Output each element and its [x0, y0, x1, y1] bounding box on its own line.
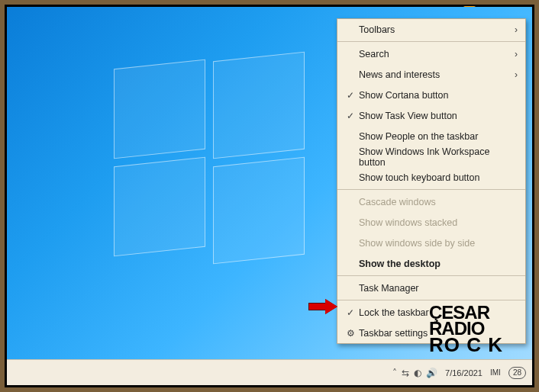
volume-icon[interactable]: 🔊	[426, 368, 437, 378]
taskbar[interactable]: ˄ ⇆ ◐ 🔊 7/16/2021 IMI 28	[7, 359, 532, 385]
windows-logo-wallpaper	[114, 64, 312, 262]
checkmark-icon: ✓	[342, 111, 359, 121]
menu-cascade-windows: Cascade windows	[337, 191, 525, 212]
wifi-icon[interactable]: ◐	[414, 368, 421, 378]
gear-icon: ⚙	[342, 328, 359, 339]
ime-indicator[interactable]: IMI	[490, 368, 501, 377]
menu-task-manager[interactable]: Task Manager	[337, 278, 525, 298]
menu-side-by-side: Show windows side by side	[337, 233, 525, 253]
menu-taskbar-settings[interactable]: ⚙Taskbar settings	[337, 323, 525, 343]
menu-stacked-windows: Show windows stacked	[337, 212, 525, 233]
menu-separator	[337, 275, 525, 276]
menu-separator	[337, 41, 525, 42]
menu-show-touch-keyboard[interactable]: Show touch keyboard button	[337, 167, 525, 188]
menu-search[interactable]: Search›	[337, 43, 525, 64]
taskbar-date[interactable]: 7/16/2021	[445, 368, 483, 378]
taskbar-context-menu: Toolbars› Search› News and interests› ✓S…	[337, 18, 526, 344]
chevron-right-icon: ›	[515, 49, 518, 59]
checkmark-icon: ✓	[342, 307, 359, 318]
menu-show-ink[interactable]: Show Windows Ink Workspace button	[337, 146, 525, 167]
menu-lock-taskbar[interactable]: ✓Lock the taskbar	[337, 302, 525, 323]
menu-show-desktop[interactable]: Show the desktop	[337, 253, 525, 274]
red-arrow-annotation	[308, 299, 339, 314]
menu-show-taskview[interactable]: ✓Show Task View button	[337, 105, 525, 126]
menu-show-cortana[interactable]: ✓Show Cortana button	[337, 85, 525, 105]
checkmark-icon: ✓	[342, 90, 359, 101]
menu-separator	[337, 300, 525, 300]
system-tray[interactable]: ˄ ⇆ ◐ 🔊	[392, 368, 437, 378]
notification-badge[interactable]: 28	[508, 367, 526, 379]
network-icon[interactable]: ⇆	[402, 368, 409, 378]
menu-news-interests[interactable]: News and interests›	[337, 64, 525, 85]
chevron-right-icon: ›	[515, 24, 518, 35]
chevron-right-icon: ›	[515, 69, 518, 80]
menu-show-people[interactable]: Show People on the taskbar	[337, 126, 525, 146]
tray-up-icon[interactable]: ˄	[392, 368, 397, 378]
menu-toolbars[interactable]: Toolbars›	[337, 19, 525, 40]
windows-desktop[interactable]: Toolbars› Search› News and interests› ✓S…	[7, 7, 532, 385]
menu-separator	[337, 189, 525, 190]
